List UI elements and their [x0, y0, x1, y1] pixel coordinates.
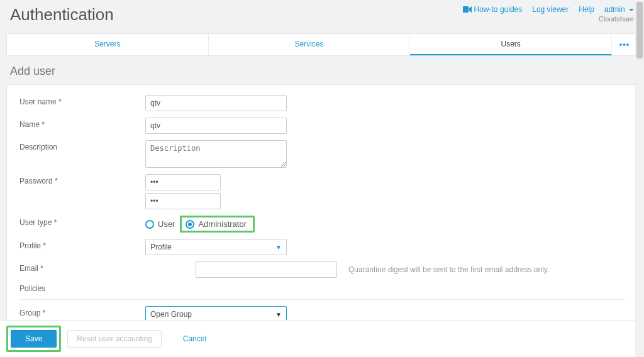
tab-bar: Servers Services Users ••• [6, 33, 638, 56]
user-menu[interactable]: admin [604, 5, 634, 14]
page-title: Authentication [10, 5, 114, 25]
save-button[interactable]: Save [11, 330, 57, 348]
cancel-link[interactable]: Cancel [183, 334, 206, 343]
description-textarea[interactable] [145, 140, 287, 168]
name-label: Name * [19, 118, 145, 129]
svg-rect-0 [463, 6, 469, 13]
reset-user-accounting-button: Reset user accounting [67, 330, 161, 348]
chevron-down-icon: ▼ [275, 311, 282, 318]
log-viewer-link[interactable]: Log viewer [532, 5, 569, 14]
company-label: Cloudshare [463, 15, 634, 23]
radio-icon [186, 220, 194, 229]
group-label: Group * [19, 306, 145, 317]
password-label: Password * [19, 174, 145, 185]
tab-more[interactable]: ••• [612, 34, 637, 55]
profile-label: Profile * [19, 239, 145, 250]
email-label: Email * [19, 261, 145, 273]
password-confirm-input[interactable] [145, 193, 221, 209]
tab-services[interactable]: Services [209, 34, 411, 55]
usertype-user-radio[interactable]: User [145, 219, 175, 229]
form-panel: User name * Name * Description Password … [6, 84, 638, 357]
help-link[interactable]: Help [579, 5, 594, 14]
howto-guides-link[interactable]: How-to guides [463, 5, 523, 14]
usertype-admin-radio[interactable]: Administrator [186, 219, 247, 229]
highlight-administrator: Administrator [180, 216, 255, 233]
video-camera-icon [463, 6, 472, 13]
section-title: Add user [10, 65, 638, 78]
scrollbar-thumb[interactable] [636, 2, 643, 58]
scrollbar-track[interactable] [635, 0, 644, 357]
chevron-down-icon [629, 9, 634, 11]
name-input[interactable] [145, 118, 287, 134]
password-input[interactable] [145, 174, 221, 190]
profile-select[interactable]: Profile ▼ [145, 239, 287, 255]
divider [19, 299, 625, 300]
email-input[interactable] [196, 261, 337, 278]
usertype-label: User type * [19, 216, 145, 227]
page-header: Authentication How-to guides Log viewer … [6, 0, 638, 33]
policies-heading: Policies [19, 284, 625, 293]
email-hint: Quarantine digest will be sent to the fi… [348, 265, 549, 274]
username-input[interactable] [145, 95, 287, 111]
description-label: Description [19, 140, 145, 151]
tab-users[interactable]: Users [410, 34, 612, 55]
chevron-down-icon: ▼ [275, 244, 282, 251]
highlight-save: Save [6, 326, 61, 352]
username-label: User name * [19, 95, 145, 106]
tab-servers[interactable]: Servers [7, 34, 209, 55]
footer-bar: Save Reset user accounting Cancel [0, 320, 635, 357]
radio-icon [145, 220, 154, 229]
